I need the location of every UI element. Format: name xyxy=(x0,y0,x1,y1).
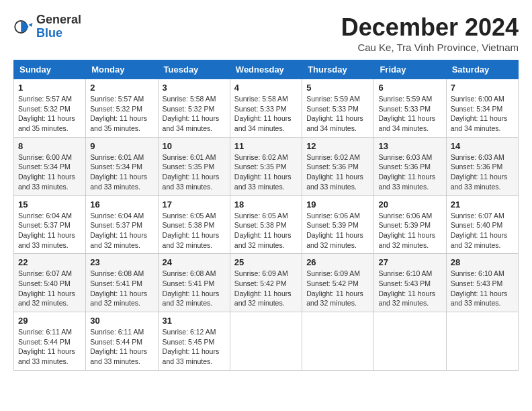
day-info: Sunrise: 6:00 AMSunset: 5:34 PMDaylight:… xyxy=(18,152,81,192)
week-row-5: 29 Sunrise: 6:11 AMSunset: 5:44 PMDaylig… xyxy=(14,312,519,371)
calendar-cell: 9 Sunrise: 6:01 AMSunset: 5:34 PMDayligh… xyxy=(86,137,158,195)
calendar-cell xyxy=(374,312,446,371)
day-number: 8 xyxy=(18,141,81,151)
day-number: 13 xyxy=(378,141,441,151)
day-number: 24 xyxy=(163,257,226,267)
day-number: 15 xyxy=(18,199,81,210)
day-info: Sunrise: 5:58 AMSunset: 5:33 PMDaylight:… xyxy=(234,94,298,134)
header-wednesday: Wednesday xyxy=(230,60,302,79)
calendar-cell: 30 Sunrise: 6:11 AMSunset: 5:44 PMDaylig… xyxy=(86,312,158,371)
day-info: Sunrise: 6:11 AMSunset: 5:44 PMDaylight:… xyxy=(18,327,81,367)
calendar-cell: 22 Sunrise: 6:07 AMSunset: 5:40 PMDaylig… xyxy=(14,254,86,312)
day-number: 7 xyxy=(451,83,514,93)
day-number: 6 xyxy=(378,83,441,93)
calendar-cell: 6 Sunrise: 5:59 AMSunset: 5:33 PMDayligh… xyxy=(374,79,446,138)
day-info: Sunrise: 6:01 AMSunset: 5:34 PMDaylight:… xyxy=(90,152,153,192)
calendar-cell: 29 Sunrise: 6:11 AMSunset: 5:44 PMDaylig… xyxy=(14,312,86,371)
calendar-cell: 23 Sunrise: 6:08 AMSunset: 5:41 PMDaylig… xyxy=(86,254,158,312)
day-number: 25 xyxy=(234,257,298,267)
day-number: 10 xyxy=(163,141,226,151)
calendar-cell: 2 Sunrise: 5:57 AMSunset: 5:32 PMDayligh… xyxy=(86,79,158,138)
day-number: 18 xyxy=(234,199,298,210)
day-info: Sunrise: 6:01 AMSunset: 5:35 PMDaylight:… xyxy=(163,152,226,192)
calendar-cell: 17 Sunrise: 6:05 AMSunset: 5:38 PMDaylig… xyxy=(158,195,230,254)
day-info: Sunrise: 6:12 AMSunset: 5:45 PMDaylight:… xyxy=(163,327,226,367)
day-number: 12 xyxy=(306,141,369,151)
day-number: 3 xyxy=(163,83,226,93)
day-number: 14 xyxy=(451,141,514,151)
calendar-subtitle: Cau Ke, Tra Vinh Province, Vietnam xyxy=(341,42,519,53)
day-number: 29 xyxy=(18,316,81,326)
calendar-cell: 28 Sunrise: 6:10 AMSunset: 5:43 PMDaylig… xyxy=(446,254,518,312)
day-number: 4 xyxy=(234,83,298,93)
calendar-table: SundayMondayTuesdayWednesdayThursdayFrid… xyxy=(13,60,519,371)
day-info: Sunrise: 6:04 AMSunset: 5:37 PMDaylight:… xyxy=(18,211,81,250)
calendar-cell: 3 Sunrise: 5:58 AMSunset: 5:32 PMDayligh… xyxy=(158,79,230,138)
calendar-cell xyxy=(446,312,518,371)
header-thursday: Thursday xyxy=(302,60,374,79)
day-number: 9 xyxy=(90,141,153,151)
calendar-cell: 8 Sunrise: 6:00 AMSunset: 5:34 PMDayligh… xyxy=(14,137,86,195)
week-row-2: 8 Sunrise: 6:00 AMSunset: 5:34 PMDayligh… xyxy=(14,137,519,195)
logo-general: General xyxy=(36,13,81,27)
day-number: 5 xyxy=(306,83,369,93)
day-number: 11 xyxy=(234,141,298,151)
day-info: Sunrise: 5:58 AMSunset: 5:32 PMDaylight:… xyxy=(163,94,226,134)
calendar-cell: 11 Sunrise: 6:02 AMSunset: 5:35 PMDaylig… xyxy=(230,137,302,195)
calendar-cell: 5 Sunrise: 5:59 AMSunset: 5:33 PMDayligh… xyxy=(302,79,374,138)
week-row-4: 22 Sunrise: 6:07 AMSunset: 5:40 PMDaylig… xyxy=(14,254,519,312)
day-number: 31 xyxy=(163,316,226,326)
day-number: 28 xyxy=(451,257,514,267)
logo: General Blue xyxy=(13,13,81,40)
calendar-cell xyxy=(230,312,302,371)
day-info: Sunrise: 6:08 AMSunset: 5:41 PMDaylight:… xyxy=(163,269,226,308)
day-info: Sunrise: 6:07 AMSunset: 5:40 PMDaylight:… xyxy=(18,269,81,308)
day-number: 1 xyxy=(18,83,81,93)
day-info: Sunrise: 6:10 AMSunset: 5:43 PMDaylight:… xyxy=(378,269,441,308)
logo-icon xyxy=(13,17,34,37)
header-saturday: Saturday xyxy=(446,60,518,79)
day-info: Sunrise: 6:03 AMSunset: 5:36 PMDaylight:… xyxy=(451,152,514,192)
day-info: Sunrise: 6:02 AMSunset: 5:35 PMDaylight:… xyxy=(234,152,298,192)
calendar-cell: 25 Sunrise: 6:09 AMSunset: 5:42 PMDaylig… xyxy=(230,254,302,312)
calendar-cell: 18 Sunrise: 6:05 AMSunset: 5:38 PMDaylig… xyxy=(230,195,302,254)
day-info: Sunrise: 6:03 AMSunset: 5:36 PMDaylight:… xyxy=(378,152,441,192)
calendar-cell: 24 Sunrise: 6:08 AMSunset: 5:41 PMDaylig… xyxy=(158,254,230,312)
header-tuesday: Tuesday xyxy=(158,60,230,79)
day-info: Sunrise: 5:59 AMSunset: 5:33 PMDaylight:… xyxy=(378,94,441,134)
calendar-cell: 1 Sunrise: 5:57 AMSunset: 5:32 PMDayligh… xyxy=(14,79,86,138)
day-number: 27 xyxy=(378,257,441,267)
day-info: Sunrise: 6:07 AMSunset: 5:40 PMDaylight:… xyxy=(451,211,514,250)
calendar-cell: 27 Sunrise: 6:10 AMSunset: 5:43 PMDaylig… xyxy=(374,254,446,312)
calendar-cell: 31 Sunrise: 6:12 AMSunset: 5:45 PMDaylig… xyxy=(158,312,230,371)
calendar-cell: 19 Sunrise: 6:06 AMSunset: 5:39 PMDaylig… xyxy=(302,195,374,254)
day-info: Sunrise: 6:06 AMSunset: 5:39 PMDaylight:… xyxy=(306,211,369,250)
header-sunday: Sunday xyxy=(14,60,86,79)
page-header: General Blue December 2024 Cau Ke, Tra V… xyxy=(13,13,519,53)
week-row-3: 15 Sunrise: 6:04 AMSunset: 5:37 PMDaylig… xyxy=(14,195,519,254)
calendar-cell: 4 Sunrise: 5:58 AMSunset: 5:33 PMDayligh… xyxy=(230,79,302,138)
calendar-cell xyxy=(302,312,374,371)
day-info: Sunrise: 6:08 AMSunset: 5:41 PMDaylight:… xyxy=(90,269,153,308)
calendar-cell: 7 Sunrise: 6:00 AMSunset: 5:34 PMDayligh… xyxy=(446,79,518,138)
day-info: Sunrise: 6:05 AMSunset: 5:38 PMDaylight:… xyxy=(163,211,226,250)
day-info: Sunrise: 6:11 AMSunset: 5:44 PMDaylight:… xyxy=(90,327,153,367)
calendar-title: December 2024 xyxy=(341,13,519,42)
day-info: Sunrise: 6:09 AMSunset: 5:42 PMDaylight:… xyxy=(234,269,298,308)
day-number: 17 xyxy=(163,199,226,210)
day-info: Sunrise: 6:06 AMSunset: 5:39 PMDaylight:… xyxy=(378,211,441,250)
calendar-cell: 20 Sunrise: 6:06 AMSunset: 5:39 PMDaylig… xyxy=(374,195,446,254)
calendar-cell: 26 Sunrise: 6:09 AMSunset: 5:42 PMDaylig… xyxy=(302,254,374,312)
calendar-cell: 16 Sunrise: 6:04 AMSunset: 5:37 PMDaylig… xyxy=(86,195,158,254)
day-info: Sunrise: 6:00 AMSunset: 5:34 PMDaylight:… xyxy=(451,94,514,134)
logo-text: General Blue xyxy=(36,13,81,40)
day-info: Sunrise: 5:57 AMSunset: 5:32 PMDaylight:… xyxy=(90,94,153,134)
day-number: 20 xyxy=(378,199,441,210)
day-info: Sunrise: 6:04 AMSunset: 5:37 PMDaylight:… xyxy=(90,211,153,250)
day-number: 16 xyxy=(90,199,153,210)
calendar-cell: 13 Sunrise: 6:03 AMSunset: 5:36 PMDaylig… xyxy=(374,137,446,195)
day-info: Sunrise: 5:57 AMSunset: 5:32 PMDaylight:… xyxy=(18,94,81,134)
day-number: 19 xyxy=(306,199,369,210)
header-friday: Friday xyxy=(374,60,446,79)
calendar-cell: 15 Sunrise: 6:04 AMSunset: 5:37 PMDaylig… xyxy=(14,195,86,254)
